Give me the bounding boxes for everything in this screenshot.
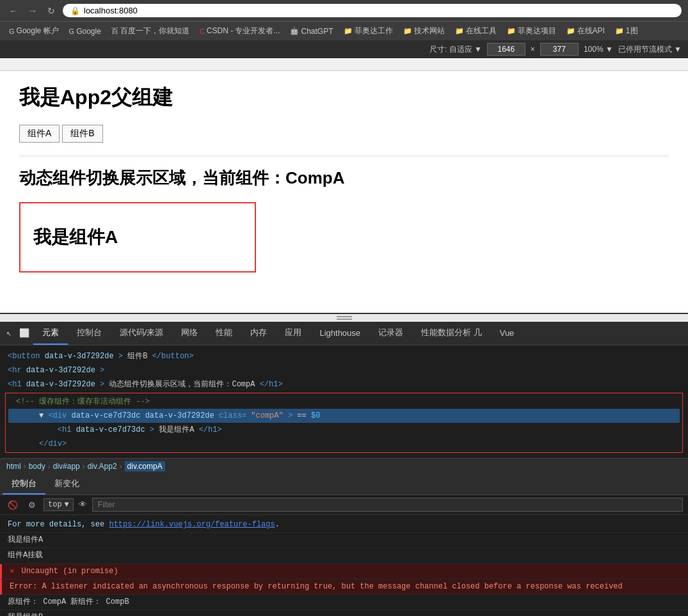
log-original-compa: 原组件： CompA 新组件： CompB bbox=[0, 595, 688, 610]
chatgpt-icon: 🤖 bbox=[290, 27, 299, 35]
dynamic-title: 动态组件切换展示区域，当前组件：CompA bbox=[19, 167, 669, 189]
folder-icon-6: 📁 bbox=[615, 27, 624, 35]
folder-icon-5: 📁 bbox=[566, 27, 575, 35]
bookmark-baidu[interactable]: 百 百度一下，你就知道 bbox=[108, 24, 193, 38]
log-comp-a: 我是组件A bbox=[0, 533, 688, 548]
forward-btn[interactable]: → bbox=[26, 4, 40, 17]
address-bar[interactable]: 🔒 localhost:8080 bbox=[63, 4, 682, 17]
width-input[interactable] bbox=[487, 43, 525, 56]
element-h1-line[interactable]: <h1 data-v-ce7d73dc > 我是组件A </h1> bbox=[8, 423, 680, 437]
tab-recorder[interactable]: 记录器 bbox=[369, 322, 412, 345]
error-icon: ✕ bbox=[10, 567, 14, 576]
log-comp-a-mount: 组件A挂载 bbox=[0, 548, 688, 564]
console-tab-main[interactable]: 控制台 bbox=[3, 474, 45, 494]
refresh-btn[interactable]: ↻ bbox=[45, 4, 58, 17]
bc-div-app[interactable]: div#app bbox=[53, 462, 80, 471]
log-error-header: ✕ Uncaught (in promise) bbox=[0, 564, 688, 580]
element-line-1[interactable]: <button data-v-3d7292de > 组件B </button> bbox=[0, 349, 688, 363]
console-settings-btn[interactable]: ⚙ bbox=[26, 499, 38, 511]
height-input[interactable] bbox=[540, 43, 579, 56]
breadcrumb-bar: html › body › div#app › div.App2 › div.c… bbox=[0, 458, 688, 474]
console-tab-changes[interactable]: 新变化 bbox=[45, 474, 88, 494]
bookmarks-bar: G Google 帐户 G Google 百 百度一下，你就知道 C CSDN … bbox=[0, 21, 688, 40]
folder-icon-2: 📁 bbox=[403, 27, 412, 35]
elements-panel: <button data-v-3d7292de > 组件B </button> … bbox=[0, 345, 688, 458]
drag-line-1 bbox=[337, 316, 352, 317]
feature-flags-link[interactable]: https://link.vuejs.org/feature-flags bbox=[109, 520, 275, 529]
folder-icon-1: 📁 bbox=[344, 27, 353, 35]
zoom-label[interactable]: 100% ▼ bbox=[584, 45, 613, 54]
element-comment-line[interactable]: <!-- 缓存组件：缓存非活动组件 --> bbox=[8, 395, 680, 409]
console-toolbar: 🚫 ⚙ top ▼ 👁 bbox=[0, 495, 688, 515]
tab-elements[interactable]: 元素 bbox=[33, 322, 68, 345]
tab-console[interactable]: 控制台 bbox=[68, 322, 111, 345]
bookmark-chatgpt[interactable]: 🤖 ChatGPT bbox=[286, 26, 337, 37]
baidu-icon: 百 bbox=[111, 26, 118, 36]
devtools-drag-handle[interactable] bbox=[0, 314, 688, 322]
console-tabs: 控制台 新变化 bbox=[0, 474, 688, 495]
tab-performance[interactable]: 性能 bbox=[207, 322, 241, 345]
tab-perf-data[interactable]: 性能数据分析 几 bbox=[412, 322, 491, 345]
bc-div-app2[interactable]: div.App2 bbox=[88, 462, 117, 471]
devtools-icon-pointer[interactable]: ↖ bbox=[3, 323, 15, 344]
bookmark-label: CSDN - 专业开发者... bbox=[207, 26, 280, 36]
bookmark-csdn[interactable]: C CSDN - 专业开发者... bbox=[196, 24, 284, 38]
bookmark-project[interactable]: 📁 菲奥达项目 bbox=[503, 24, 560, 38]
bookmark-api[interactable]: 📁 在线API bbox=[563, 24, 609, 38]
element-line-2[interactable]: <hr data-v-3d7292de > bbox=[0, 363, 688, 377]
clear-console-btn[interactable]: 🚫 bbox=[5, 499, 20, 511]
element-highlight-block: <!-- 缓存组件：缓存非活动组件 --> ▼ <div data-v-ce7d… bbox=[5, 393, 683, 453]
folder-icon-3: 📁 bbox=[455, 27, 464, 35]
page-content: 我是App2父组建 组件A 组件B 动态组件切换展示区域，当前组件：CompA … bbox=[0, 71, 688, 314]
bookmark-tools[interactable]: 📁 在线工具 bbox=[451, 24, 500, 38]
bookmark-label: 1图 bbox=[626, 26, 638, 36]
comp-b-button[interactable]: 组件B bbox=[62, 125, 102, 143]
size-label[interactable]: 尺寸: 自适应 ▼ bbox=[429, 44, 482, 55]
bookmark-label: ChatGPT bbox=[301, 27, 333, 36]
devtools-tabs: ↖ ⬜ 元素 控制台 源代码/来源 网络 性能 内存 应用 Lighthouse… bbox=[0, 322, 688, 345]
console-filter-input[interactable] bbox=[92, 498, 683, 512]
element-div-close-line[interactable]: </div> bbox=[8, 437, 680, 451]
bookmark-tech[interactable]: 📁 技术网站 bbox=[399, 24, 449, 38]
log-comp-b: 我是组件B bbox=[0, 610, 688, 616]
bookmark-google-account[interactable]: G Google 帐户 bbox=[5, 24, 63, 38]
bc-html[interactable]: html bbox=[6, 462, 21, 471]
tab-application[interactable]: 应用 bbox=[276, 322, 310, 345]
error-header-text: Uncaught (in promise) bbox=[21, 567, 118, 576]
ruler bbox=[0, 58, 688, 71]
log-feature-flags: For more details, see https://link.vuejs… bbox=[0, 517, 688, 533]
console-log: For more details, see https://link.vuejs… bbox=[0, 515, 688, 616]
bc-div-compa[interactable]: div.compA bbox=[125, 461, 165, 471]
google-account-icon: G bbox=[9, 28, 15, 35]
page-title: 我是App2父组建 bbox=[19, 84, 669, 112]
back-btn[interactable]: ← bbox=[6, 4, 20, 17]
tab-sources[interactable]: 源代码/来源 bbox=[111, 322, 173, 345]
google-icon: G bbox=[69, 28, 75, 35]
bookmark-label: Google 帐户 bbox=[17, 26, 59, 36]
eye-icon[interactable]: 👁 bbox=[79, 500, 87, 510]
lock-icon: 🔒 bbox=[70, 6, 80, 15]
log-error-body: Error: A listener indicated an asynchron… bbox=[0, 580, 688, 595]
bookmark-label: 在线API bbox=[577, 26, 605, 36]
throttle-mode[interactable]: 已停用节流模式 ▼ bbox=[618, 44, 682, 55]
top-select[interactable]: top ▼ bbox=[44, 498, 74, 511]
devtools-icon-inspect[interactable]: ⬜ bbox=[15, 323, 33, 344]
component-a-label: 我是组件A bbox=[33, 225, 118, 249]
bookmark-label: 百度一下，你就知道 bbox=[120, 26, 189, 36]
tab-lighthouse[interactable]: Lighthouse bbox=[310, 323, 369, 344]
element-line-3[interactable]: <h1 data-v-3d7292de > 动态组件切换展示区域，当前组件：Co… bbox=[0, 377, 688, 391]
bookmark-work[interactable]: 📁 菲奥达工作 bbox=[340, 24, 397, 38]
comp-a-button[interactable]: 组件A bbox=[19, 125, 60, 143]
tab-memory[interactable]: 内存 bbox=[241, 322, 276, 345]
csdn-icon: C bbox=[200, 28, 205, 35]
tab-vue[interactable]: Vue bbox=[491, 323, 524, 344]
bookmark-img[interactable]: 📁 1图 bbox=[611, 24, 642, 38]
bookmark-google[interactable]: G Google bbox=[65, 26, 105, 37]
bc-body[interactable]: body bbox=[29, 462, 45, 471]
bookmark-label: 技术网站 bbox=[414, 26, 445, 36]
dropdown-arrow: ▼ bbox=[65, 500, 69, 509]
tab-network[interactable]: 网络 bbox=[172, 322, 207, 345]
element-div-selected[interactable]: ▼ <div data-v-ce7d73dc data-v-3d7292de c… bbox=[8, 409, 680, 423]
devtools-panel: ↖ ⬜ 元素 控制台 源代码/来源 网络 性能 内存 应用 Lighthouse… bbox=[0, 322, 688, 616]
bookmark-label: 在线工具 bbox=[466, 26, 497, 36]
